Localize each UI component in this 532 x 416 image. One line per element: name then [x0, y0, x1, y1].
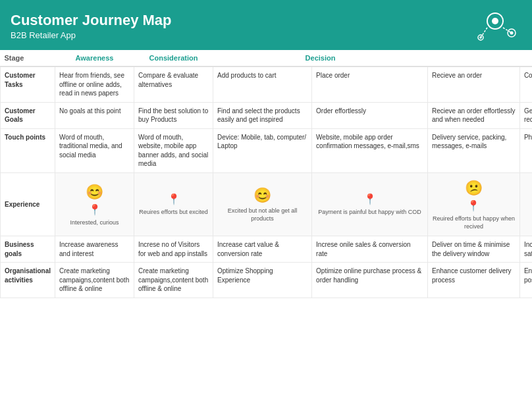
cell-ct-2: Add products to cart	[213, 66, 312, 102]
svg-point-7	[479, 36, 482, 39]
cell-bg-4: Deliver on time & minimise the delivery …	[428, 236, 520, 263]
row-organisational: Organisational activities Create marketi…	[1, 263, 533, 298]
cell-tp-2: Device: Mobile, tab, computer/ Laptop	[213, 128, 312, 172]
svg-point-5	[510, 32, 514, 35]
exp-label-0: Interested, curious	[70, 219, 119, 226]
pin-4: 📍	[467, 199, 480, 213]
page-subtitle: B2B Retailer App	[11, 30, 172, 40]
row-customer-tasks: Customer Tasks Hear from friends, see of…	[1, 66, 533, 102]
exp-label-3: Payment is painful but happy with COD	[318, 208, 421, 216]
label-customer-tasks: Customer Tasks	[1, 66, 55, 102]
cell-tp-1: Word of mouth, website, mobile app banne…	[134, 128, 213, 172]
pin-1: 📍	[167, 192, 180, 207]
cell-oa-2: Optimize Shopping Experience	[213, 263, 312, 298]
cell-tp-4: Delivery service, packing, messages, e-m…	[428, 128, 520, 172]
row-customer-goals: Customer Goals No goals at this point Fi…	[1, 102, 533, 128]
cell-ct-1: Compare & evaluate alternatives	[134, 66, 213, 102]
cell-cg-5: Get help if problem occurs and request f…	[519, 102, 532, 128]
cell-oa-0: Create marketing campaigns,content both …	[55, 263, 134, 298]
cell-ct-5: Contact customer service	[519, 66, 532, 102]
emoji-0: 😊	[86, 182, 103, 202]
cell-ct-3: Place order	[312, 66, 428, 102]
svg-line-2	[481, 28, 487, 38]
exp-cell-3: 📍 Payment is painful but happy with COD	[312, 172, 428, 236]
exp-label-2: Excited but not able get all products	[216, 207, 309, 222]
cell-tp-0: Word of mouth, traditional media, and so…	[55, 128, 134, 172]
header-icon	[475, 8, 521, 43]
svg-point-1	[492, 18, 498, 24]
col-consideration: Consideration	[134, 50, 213, 66]
pin-3: 📍	[363, 192, 377, 207]
exp-cell-1: 📍 Reuires efforts but excited	[134, 172, 213, 236]
cell-bg-0: Increase awareness and interest	[55, 236, 134, 263]
exp-cell-2: 😊 Excited but not able get all products	[213, 172, 312, 236]
cell-cg-0: No goals at this point	[55, 102, 134, 128]
cell-bg-2: Increase cart value & conversion rate	[213, 236, 312, 263]
emoji-4: 😕	[465, 178, 483, 198]
page-title: Customer Journey Map	[11, 12, 172, 29]
col-decision: Decision	[213, 50, 428, 66]
cell-bg-5: Increase customer service satisfaction, …	[519, 236, 532, 263]
col-awareness: Awareness	[55, 50, 134, 66]
pin-0: 📍	[88, 203, 101, 217]
cell-oa-5: Enhance customer experience in possible …	[519, 263, 532, 298]
cell-cg-4: Recieve an order effortlessly and when n…	[428, 102, 520, 128]
label-business-goals: Business goals	[1, 236, 55, 263]
table-container: Stage Awareness Consideration Decision D…	[0, 50, 532, 298]
header: Customer Journey Map B2B Retailer App	[0, 0, 532, 50]
journey-map-table: Stage Awareness Consideration Decision D…	[0, 50, 532, 298]
row-experience: Experience 😊 📍 Interested, curious 📍 Reu…	[1, 172, 533, 236]
cell-tp-3: Website, mobile app order confirmation m…	[312, 128, 428, 172]
cell-cg-3: Order effortlessly	[312, 102, 428, 128]
exp-label-4: Reuired efforts but happy when recived	[431, 215, 517, 230]
cell-oa-1: Create marketing campaigns,content both …	[134, 263, 213, 298]
row-business-goals: Business goals Increase awareness and in…	[1, 236, 533, 263]
cell-tp-5: Phone, e-mail, chat	[519, 128, 532, 172]
label-touch-points: Touch points	[1, 128, 55, 172]
cell-ct-4: Recieve an order	[428, 66, 520, 102]
label-experience: Experience	[1, 172, 55, 236]
cell-bg-3: Increse onile sales & conversion rate	[312, 236, 428, 263]
col-delivery: Delivery & Use	[428, 50, 533, 66]
col-stage: Stage	[1, 50, 55, 66]
exp-cell-0: 😊 📍 Interested, curious	[55, 172, 134, 236]
exp-cell-4: 😕 📍 Reuired efforts but happy when reciv…	[428, 172, 520, 236]
exp-label-1: Reuires efforts but excited	[139, 208, 207, 216]
cell-ct-0: Hear from friends, see offline or online…	[55, 66, 134, 102]
cell-oa-3: Optimize online purchase process & order…	[312, 263, 428, 298]
emoji-2: 😊	[253, 186, 271, 205]
label-customer-goals: Customer Goals	[1, 102, 55, 128]
label-organisational: Organisational activities	[1, 263, 55, 298]
exp-cell-5: 📍 Frustrated	[519, 172, 532, 236]
cell-oa-4: Enhance customer delivery process	[428, 263, 520, 298]
row-touch-points: Touch points Word of mouth, traditional …	[1, 128, 533, 172]
cell-cg-1: Find the best solution to buy Products	[134, 102, 213, 128]
cell-cg-2: Find and select the products easily and …	[213, 102, 312, 128]
cell-bg-1: Increse no of Visitors for web and app i…	[134, 236, 213, 263]
